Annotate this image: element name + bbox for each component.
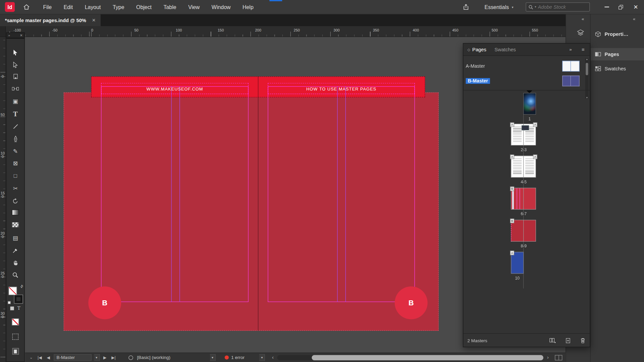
eyedropper-tool[interactable] (7, 245, 24, 256)
master-thumbnail-a (562, 61, 579, 71)
tab-swatches[interactable]: Swatches (490, 43, 520, 56)
header-text-frame-left[interactable]: WWW.MAKEUSEOF.COM (101, 83, 249, 94)
type-tool[interactable]: T (7, 109, 24, 120)
ruler-label: 500 (492, 28, 498, 33)
stroke-swatch[interactable] (14, 295, 22, 303)
direct-selection-tool[interactable] (7, 60, 24, 70)
thumbnail-text-lines (525, 159, 534, 175)
master-badge: B (510, 219, 514, 223)
page-dropdown-icon[interactable]: ▼ (94, 354, 100, 361)
first-page-button[interactable]: |◀ (36, 355, 43, 360)
free-transform-tool[interactable] (7, 196, 24, 206)
status-bar: ⌄ |◀ ◀ B-Master ▼ ▶ ▶| [Basic] (working)… (25, 353, 566, 362)
apply-none-button[interactable] (7, 316, 24, 327)
panel-expand-icon[interactable]: » (8, 34, 10, 37)
formatting-text-icon[interactable]: T (17, 307, 20, 310)
menu-table[interactable]: Table (164, 4, 176, 10)
panel-close-icon[interactable]: ✕ (20, 34, 22, 37)
dock-panel-properties[interactable]: Properti… (591, 28, 644, 40)
last-page-button[interactable]: ▶| (110, 355, 117, 360)
menu-layout[interactable]: Layout (85, 4, 101, 10)
panel-menu-icon[interactable]: ≡ (582, 47, 585, 53)
restore-button[interactable] (613, 5, 628, 9)
note-tool[interactable]: ▤ (7, 233, 24, 243)
scrollbar-thumb[interactable] (586, 63, 588, 75)
stock-search-box[interactable]: ▾ (526, 2, 590, 11)
scroll-left-icon[interactable]: ‹ (271, 355, 275, 360)
gradient-tool[interactable] (7, 207, 24, 218)
page-number-circle-left[interactable]: B (88, 286, 121, 319)
new-page-icon[interactable] (565, 337, 571, 343)
fill-swatch[interactable] (9, 287, 17, 295)
line-tool[interactable] (7, 121, 24, 132)
swap-fill-stroke-icon[interactable]: ⇄ (19, 284, 24, 289)
formatting-container-icon[interactable] (10, 307, 14, 310)
frame-tool[interactable]: ⊠ (7, 158, 24, 169)
content-collector-tool[interactable]: ▣ (7, 96, 24, 107)
error-dropdown-icon[interactable]: ▼ (259, 354, 265, 361)
screen-mode-button[interactable] (7, 331, 24, 342)
ruler-label: 300 (0, 312, 5, 318)
view-options-chevron-icon[interactable]: ⌄ (28, 355, 34, 359)
zoom-tool[interactable] (7, 269, 24, 280)
workspace-switcher[interactable]: Essentials ▾ (485, 4, 514, 10)
menu-view[interactable]: View (188, 4, 200, 10)
page-thumbnail-4-5[interactable]: A A (511, 156, 536, 178)
tab-close-icon[interactable]: ✕ (92, 18, 96, 23)
pencil-tool[interactable]: ✎ (7, 146, 24, 157)
default-fill-stroke-icon[interactable] (8, 301, 11, 304)
share-icon[interactable] (463, 4, 469, 10)
menu-window[interactable]: Window (212, 4, 231, 10)
layers-icon[interactable] (577, 29, 584, 36)
preflight-icon[interactable] (128, 355, 133, 360)
preflight-dropdown-icon[interactable]: ▼ (210, 354, 216, 361)
ruler-label: 0 (91, 28, 93, 33)
page-thumbnail-2-3[interactable]: A A (511, 124, 536, 145)
ruler-corner[interactable] (0, 26, 6, 37)
page-thumbnail-6-7[interactable]: B (511, 188, 536, 209)
previous-page-button[interactable]: ◀ (46, 355, 51, 360)
page-thumbnail-10[interactable]: A (511, 252, 524, 274)
tab-pages[interactable]: ◇ Pages (463, 43, 490, 56)
dock-panel-pages[interactable]: Pages (591, 48, 644, 60)
trash-icon[interactable] (580, 337, 586, 343)
menu-help[interactable]: Help (243, 4, 254, 10)
master-row-b[interactable]: B-Master (463, 74, 585, 88)
menu-object[interactable]: Object (136, 4, 152, 10)
scroll-right-icon[interactable]: › (546, 355, 550, 360)
master-row-a[interactable]: A-Master (463, 59, 585, 73)
fit-spread-icon[interactable] (555, 355, 562, 360)
rectangle-tool[interactable]: □ (7, 170, 24, 181)
normal-view-button[interactable] (7, 346, 24, 357)
panel-collapse-icon[interactable]: » (569, 47, 572, 52)
scrollbar-thumb[interactable] (312, 355, 543, 360)
page-thumbnail-8-9[interactable]: B (511, 220, 536, 242)
menu-edit[interactable]: Edit (64, 4, 73, 10)
collapse-panels-icon[interactable]: « (582, 16, 584, 21)
selection-tool[interactable] (7, 47, 24, 58)
next-page-button[interactable]: ▶ (102, 355, 108, 360)
horizontal-scrollbar[interactable] (277, 355, 543, 360)
page-tool[interactable] (7, 71, 24, 82)
minimize-button[interactable] (600, 7, 614, 7)
document-tab[interactable]: *sample master pages.indd @ 50% ✕ (0, 14, 101, 26)
scroll-up-icon[interactable]: ▲ (586, 58, 588, 60)
hand-tool[interactable] (7, 257, 24, 267)
pen-tool[interactable] (7, 133, 24, 144)
gradient-feather-tool[interactable] (7, 220, 24, 230)
gap-tool[interactable] (7, 83, 24, 94)
new-spread-icon[interactable] (549, 337, 556, 343)
home-icon[interactable] (23, 4, 30, 10)
dock-panel-swatches[interactable]: Swatches (591, 62, 644, 75)
page-number-field[interactable]: B-Master (54, 354, 92, 361)
stock-search-input[interactable] (538, 4, 602, 10)
page-number-circle-right[interactable]: B (395, 286, 428, 319)
menu-type[interactable]: Type (113, 4, 124, 10)
menu-file[interactable]: File (43, 4, 52, 10)
collapse-panels-icon[interactable]: « (633, 16, 636, 21)
header-text-frame-right[interactable]: HOW TO USE MASTER PAGES (268, 83, 415, 94)
page-thumbnail-1[interactable] (523, 93, 536, 115)
indesign-logo[interactable]: Id (5, 2, 15, 12)
close-button[interactable]: ✕ (628, 4, 644, 10)
scissors-tool[interactable]: ✂ (7, 183, 24, 194)
